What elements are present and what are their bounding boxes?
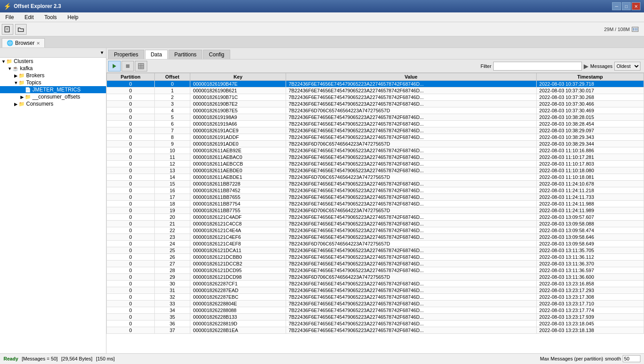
messages-label: Messages — [590, 63, 613, 69]
tab-close-button[interactable]: ✕ — [36, 41, 40, 46]
tab-bar: 🌐 Browser ✕ — [0, 36, 644, 48]
cell-1: 30 — [154, 281, 190, 287]
tree-item-clusters[interactable]: ▼ 📁 Clusters — [0, 58, 106, 65]
stop-button[interactable] — [122, 61, 134, 71]
cell-1: 23 — [154, 234, 190, 241]
table-row[interactable]: 01700000182611BB76557B22436F6E74656E7454… — [107, 194, 644, 201]
close-button[interactable]: ✕ — [632, 2, 640, 10]
table-row[interactable]: 021000001826121C4CC87B22436F6E74656E7454… — [107, 221, 644, 227]
smooth-input[interactable] — [623, 355, 640, 362]
table-row[interactable]: 0300000018262287CF17B22436F6E74656E74547… — [107, 281, 644, 287]
cell-2: 000001826121C4ADF — [190, 214, 286, 221]
tab-properties[interactable]: Properties — [108, 50, 144, 59]
table-row[interactable]: 0320000018262287EBC7B22436F6E74656E74547… — [107, 294, 644, 301]
cell-4: 2022-08-03 13:09:58.474 — [536, 227, 644, 234]
minimize-button[interactable]: ─ — [612, 2, 621, 10]
cell-1: 22 — [154, 227, 190, 234]
tree-item-topics[interactable]: ▼ 📁 Topics — [0, 79, 106, 86]
tab-partitions[interactable]: Partitions — [169, 50, 202, 59]
browser-tab[interactable]: 🌐 Browser ✕ — [2, 38, 45, 47]
table-row[interactable]: 035000001826228B1337B22436F6E74656E74547… — [107, 314, 644, 320]
table-row[interactable]: 025000001826121DCA117B22436F6E74656E7454… — [107, 247, 644, 254]
cell-0: 0 — [107, 201, 155, 207]
cell-2: 00000182611AEBDE1 — [190, 174, 286, 181]
filter-input[interactable] — [493, 62, 582, 71]
table-row[interactable]: 07000001826191ACE97B22436F6E74656E745479… — [107, 127, 644, 134]
toolbar-btn-2[interactable] — [15, 24, 27, 35]
cell-3: 7B22436F6E74656E745479065223A22746578742… — [286, 147, 536, 154]
tree-item-brokers[interactable]: ▶ 📁 Brokers — [0, 72, 106, 79]
table-row[interactable]: 09000001826191ADE07B22436F6D706C65746564… — [107, 141, 644, 147]
menu-edit[interactable]: Edit — [21, 13, 37, 21]
tree-item-consumers[interactable]: ▶ 📁 Consumers — [0, 100, 106, 107]
play-button[interactable] — [108, 61, 121, 71]
app-icon: ⚡ — [4, 3, 11, 10]
table-row[interactable]: 01600000182611BB74527B22436F6E74656E7454… — [107, 187, 644, 194]
cell-3: 7B22436F6D706C65746564223A747275657D — [286, 107, 536, 114]
table-row[interactable]: 022000001826121C4E4A7B22436F6E74656E7454… — [107, 227, 644, 234]
table-row[interactable]: 026000001826121DCBB07B22436F6E74656E7454… — [107, 254, 644, 261]
cell-0: 0 — [107, 161, 155, 167]
table-row[interactable]: 03400000182622880887B22436F6E74656E74547… — [107, 307, 644, 314]
stop-icon — [125, 63, 131, 69]
toolbar-btn-1[interactable] — [2, 24, 13, 35]
table-row[interactable]: 04000001826190B7E57B22436F6D706C65746564… — [107, 107, 644, 114]
tab-config[interactable]: Config — [203, 50, 230, 59]
consumers-expand-icon: ▶ — [13, 102, 19, 107]
table-row[interactable]: 036000001826228819D7B22436F6E74656E74547… — [107, 320, 644, 327]
menu-tools[interactable]: Tools — [41, 13, 60, 21]
table-row[interactable]: 01800000182611BB77547B22436F6E74656E7454… — [107, 201, 644, 207]
menu-help[interactable]: Help — [64, 13, 82, 21]
table-row[interactable]: 0310000018262287EAD7B22436F6E74656E74547… — [107, 287, 644, 294]
tab-data[interactable]: Data — [145, 50, 168, 59]
cell-2: 0000018262288088 — [190, 307, 286, 314]
clusters-folder-icon: 📁 — [6, 59, 12, 64]
table-row[interactable]: 01400000182611AEBDE17B22436F6D706C657465… — [107, 174, 644, 181]
table-row[interactable]: 01200000182611AEBCCB7B22436F6E74656E7454… — [107, 161, 644, 167]
table-row[interactable]: 01100000182611AEBAC07B22436F6E74656E7454… — [107, 154, 644, 161]
table-row[interactable]: 00000001826190B47E7B22436F6E74656E745479… — [107, 81, 644, 87]
cell-0: 0 — [107, 147, 155, 154]
messages-select[interactable]: Oldest Newest — [614, 62, 640, 71]
table-row[interactable]: 01000001826190B6217B22436F6E74656E745479… — [107, 87, 644, 94]
table-row[interactable]: 0500000182619198A97B22436F6E74656E745479… — [107, 114, 644, 121]
table-row[interactable]: 020000001826121C4ADF7B22436F6E74656E7454… — [107, 214, 644, 221]
main-layout: ▼ ▼ 📁 Clusters ▼ ☕ kafka ▶ 📁 Brokers ▼ 📁… — [0, 48, 644, 353]
table-row[interactable]: 027000001826121DCCB27B22436F6E74656E7454… — [107, 261, 644, 267]
cell-3: 7B22436F6E74656E745479065223A22746578742… — [286, 81, 536, 87]
cell-4: 2022-08-03 13:09:58.088 — [536, 221, 644, 227]
menu-file[interactable]: File — [2, 13, 17, 21]
table-row[interactable]: 028000001826121DCD957B22436F6E74656E7454… — [107, 267, 644, 274]
table-row[interactable]: 037000001826228B1EA7B22436F6E74656E74547… — [107, 327, 644, 334]
cell-2: 000001826121DCD98 — [190, 274, 286, 281]
table-row[interactable]: 060000018261919A667B22436F6E74656E745479… — [107, 121, 644, 127]
cell-3: 7B22436F6E74656E745479065223A22746578742… — [286, 221, 536, 227]
table-row[interactable]: 029000001826121DCD987B22436F6D706C657465… — [107, 274, 644, 281]
title-bar-left: ⚡ Offset Explorer 2.3 — [4, 3, 61, 10]
table-row[interactable]: 01900000182611BB77557B22436F6D706C657465… — [107, 207, 644, 214]
cell-0: 0 — [107, 121, 155, 127]
maximize-button[interactable]: □ — [622, 2, 631, 10]
svg-marker-7 — [113, 64, 116, 68]
tree-item-kafka[interactable]: ▼ ☕ kafka — [0, 65, 106, 72]
cell-2: 000001826121DCCB2 — [190, 261, 286, 267]
table-row[interactable]: 01500000182611BB72287B22436F6E74656E7454… — [107, 181, 644, 187]
table-row[interactable]: 033000001826228804E7B22436F6E74656E74547… — [107, 301, 644, 307]
sidebar-collapse-btn[interactable]: ▼ — [100, 50, 104, 55]
tree-item-jmeter-metrics[interactable]: 📄 JMETER_METRICS — [0, 86, 106, 93]
table-body: 00000001826190B47E7B22436F6E74656E745479… — [107, 81, 644, 334]
table-row[interactable]: 03000001826190B7E27B22436F6E74656E745479… — [107, 101, 644, 107]
table-row[interactable]: 01300000182611AEBDE07B22436F6E74656E7454… — [107, 167, 644, 174]
cell-1: 18 — [154, 201, 190, 207]
tree-item-consumer-offsets[interactable]: ▶ 📁 __consumer_offsets — [0, 93, 106, 100]
table-row[interactable]: 02000001826190B71C7B22436F6E74656E745479… — [107, 94, 644, 101]
table-view-button[interactable] — [135, 61, 147, 71]
table-row[interactable]: 024000001826121C4EF87B22436F6D706C657465… — [107, 241, 644, 247]
cell-1: 13 — [154, 167, 190, 174]
cell-4: 2022-08-03 10:37:30.017 — [536, 87, 644, 94]
table-row[interactable]: 023000001826121C4EF67B22436F6E74656E7454… — [107, 234, 644, 241]
col-key: Key — [190, 73, 286, 81]
table-row[interactable]: 01000000182611AEB92E7B22436F6E74656E7454… — [107, 147, 644, 154]
table-row[interactable]: 08000001826191ADDF7B22436F6E74656E745479… — [107, 134, 644, 141]
cell-0: 0 — [107, 81, 155, 87]
